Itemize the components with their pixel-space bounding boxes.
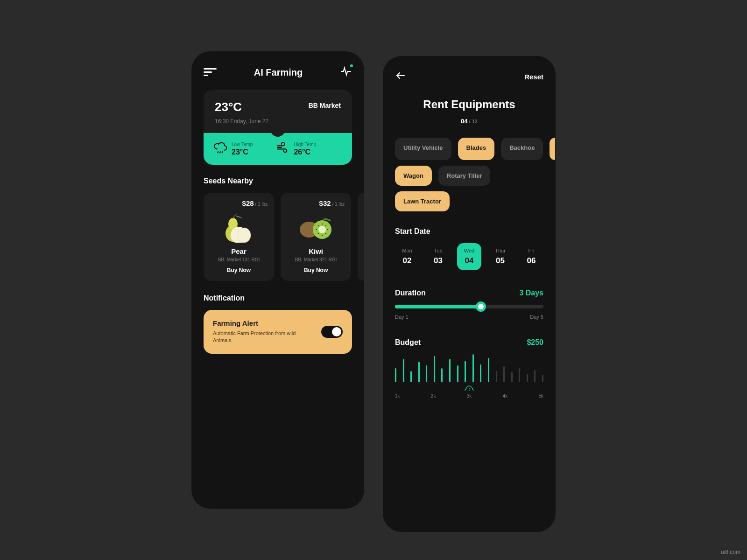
notification-heading: Notification: [204, 294, 352, 302]
svg-point-2: [238, 228, 251, 243]
dates-row: Mon02Tue03Wed04Thur05Fri06: [395, 243, 543, 270]
day-name: Mon: [401, 248, 414, 253]
svg-point-9: [325, 233, 326, 234]
budget-tick: 2k: [431, 393, 436, 399]
chip-utility-vehicle[interactable]: Utility Vehicle: [395, 138, 451, 160]
market-name: BB Market: [309, 102, 341, 109]
budget-bar: [519, 368, 520, 382]
seed-name: Pear: [210, 247, 268, 255]
budget-tick: 4k: [503, 393, 508, 399]
svg-point-5: [318, 226, 326, 233]
day-number: 04: [463, 256, 476, 266]
seed-location: BB, Market 321 RGI: [287, 257, 345, 262]
chip-peek[interactable]: [550, 138, 555, 160]
duration-max: Day 5: [530, 314, 543, 320]
budget-bar: [434, 356, 435, 382]
chip-rotary-tiller[interactable]: Rotary Tiller: [438, 166, 491, 186]
menu-icon[interactable]: [204, 68, 217, 77]
home-screen: AI Farming 23°C BB Market 16:30 Friday, …: [191, 51, 364, 509]
day-number: 06: [525, 256, 538, 266]
chip-wagon[interactable]: Wagon: [395, 166, 432, 186]
svg-point-7: [325, 225, 326, 226]
svg-point-11: [317, 233, 318, 234]
budget-bar: [441, 368, 443, 382]
budget-bar: [488, 358, 489, 382]
duration-heading: Duration: [395, 289, 426, 297]
seed-card-kiwi[interactable]: $32 / 1 lbs Kiwi BB, Market 321 RGI Buy …: [281, 193, 351, 281]
budget-tick: 1k: [395, 393, 400, 399]
day-number: 05: [494, 256, 507, 266]
low-temp-value: 23°C: [232, 148, 253, 156]
budget-ticks: 1k2k3k4k5k: [395, 393, 543, 399]
chip-backhoe[interactable]: Backhoe: [501, 138, 543, 160]
top-bar: AI Farming: [204, 65, 352, 79]
budget-bar: [449, 359, 451, 382]
rent-screen: Reset Rent Equipments 04 / 12 Utility Ve…: [383, 56, 556, 532]
seeds-row: $28 / 1 lbs Pear BB, Market 131 RGI Buy …: [204, 193, 352, 281]
seed-name: Kiwi: [287, 247, 345, 255]
back-arrow-icon[interactable]: [395, 70, 406, 83]
svg-point-13: [317, 225, 318, 226]
seeds-heading: Seeds Nearby: [204, 177, 352, 185]
high-temp-value: 26°C: [294, 148, 316, 156]
wind-icon: [276, 141, 289, 156]
high-temp-label: High Temp: [294, 142, 316, 147]
date-02[interactable]: Mon02: [395, 243, 419, 270]
budget-bar: [395, 368, 396, 382]
budget-bar: [542, 375, 543, 382]
date-03[interactable]: Tue03: [426, 243, 451, 270]
budget-heading: Budget: [395, 338, 421, 347]
duration-slider[interactable]: [395, 305, 543, 308]
chip-blades[interactable]: Blades: [458, 138, 495, 160]
slider-knob[interactable]: [476, 301, 486, 312]
budget-bar: [410, 371, 412, 382]
seed-card-peek[interactable]: [358, 193, 364, 281]
budget-indicator-icon: [395, 384, 543, 393]
budget-slider[interactable]: [395, 354, 543, 382]
budget-tick: 5k: [538, 393, 543, 399]
day-name: Wed: [463, 248, 476, 253]
reset-button[interactable]: Reset: [524, 73, 543, 81]
notification-title: Farming Alert: [213, 319, 306, 327]
app-title: AI Farming: [254, 67, 303, 78]
top-bar: Reset: [395, 70, 543, 83]
day-name: Thur: [494, 248, 507, 253]
activity-icon[interactable]: [340, 65, 352, 79]
buy-now-button[interactable]: Buy Now: [210, 267, 268, 273]
alert-toggle[interactable]: [321, 326, 343, 338]
counter-sep: /: [468, 119, 472, 124]
high-temp-block: High Temp 26°C: [276, 141, 316, 156]
budget-bar: [534, 370, 536, 382]
budget-bar: [403, 359, 404, 382]
seed-price: $28: [242, 199, 254, 207]
date-04[interactable]: Wed04: [457, 243, 481, 270]
chip-lawn-tractor[interactable]: Lawn Tractor: [395, 191, 450, 211]
buy-now-button[interactable]: Buy Now: [287, 267, 345, 273]
weather-card[interactable]: 23°C BB Market 16:30 Friday, June 22 Low…: [204, 90, 352, 165]
kiwi-icon: [295, 210, 337, 243]
budget-tick: 3k: [467, 393, 472, 399]
duration-min: Day 1: [395, 314, 409, 320]
date-05[interactable]: Thur05: [488, 243, 513, 270]
budget-bar: [496, 371, 497, 382]
category-chips: Utility VehicleBladesBackhoeWagonRotary …: [395, 138, 543, 211]
temperature: 23°C: [215, 100, 242, 114]
low-temp-label: Low Temp: [232, 142, 253, 147]
budget-bar: [503, 366, 505, 382]
svg-point-10: [321, 235, 322, 236]
budget-bar: [418, 362, 420, 382]
date-06[interactable]: Fri06: [519, 243, 543, 270]
page-counter: 04 / 12: [395, 118, 543, 125]
budget-bar: [480, 364, 481, 382]
seed-card-pear[interactable]: $28 / 1 lbs Pear BB, Market 131 RGI Buy …: [204, 193, 274, 281]
budget-bar: [472, 354, 474, 382]
budget-bar: [457, 365, 458, 382]
svg-point-6: [321, 224, 322, 224]
pear-icon: [218, 210, 260, 243]
budget-bar: [465, 361, 466, 382]
day-number: 02: [401, 256, 414, 266]
seed-unit: / 1 lbs: [331, 202, 345, 207]
day-name: Fri: [525, 248, 538, 253]
counter-current: 04: [461, 118, 467, 125]
day-number: 03: [432, 256, 445, 266]
